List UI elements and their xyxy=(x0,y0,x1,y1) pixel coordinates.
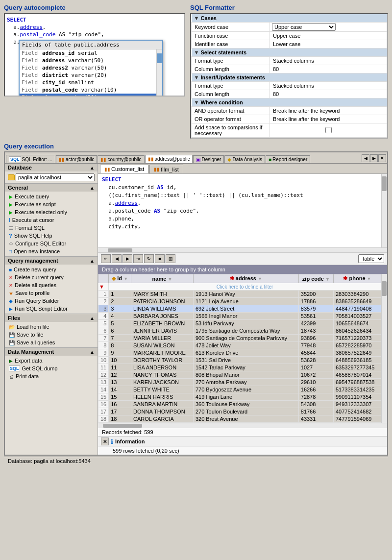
ac-item-2[interactable]: Field address varchar(50) xyxy=(20,57,156,64)
ac-item-3[interactable]: Field address2 varchar(50) xyxy=(20,64,156,72)
ac-item-5[interactable]: Field city_id smallint xyxy=(20,79,156,86)
tab-actor[interactable]: ▮▮ actor@public xyxy=(56,155,98,163)
table-icon-film: ▮▮ xyxy=(154,167,160,172)
section-select: ▼ Select statements xyxy=(192,49,387,57)
tab-sql-editor[interactable]: SQL SQL Editor: ... xyxy=(6,155,55,163)
tab-close[interactable]: ✕ xyxy=(378,154,386,162)
table-row[interactable]: 1 1 MARY SMITH 1913 Hanoi Way 35200 2830… xyxy=(98,291,381,298)
ac-item-6[interactable]: Field postal_code varchar(10) xyxy=(20,86,156,94)
create-new-query-btn[interactable]: ■ Create new query xyxy=(5,266,98,273)
view-mode-select[interactable]: Table Grid Chart xyxy=(358,254,384,263)
print-data-btn[interactable]: 🖨 Print data xyxy=(5,372,98,380)
col-header-phone[interactable]: ✱ phone ▼ xyxy=(333,274,381,283)
execution-title: Query execution xyxy=(4,142,388,151)
tab-report[interactable]: ■ Report designer xyxy=(266,155,310,163)
nav-prev-btn[interactable]: ◀ xyxy=(112,254,122,263)
space-comparsions-checkbox[interactable] xyxy=(325,127,332,133)
table-row[interactable]: 13 13 KAREN JACKSON 270 Amroha Parkway 2… xyxy=(98,379,381,386)
table-row[interactable]: 6 6 JENNIFER DAVIS 1795 Santiago de Comp… xyxy=(98,327,381,335)
table-row[interactable]: 11 11 LISA ANDERSON 1542 Tarlac Parkway … xyxy=(98,364,381,371)
table-row[interactable]: 4 4 BARBARA JONES 1566 Inegl Manor 53561… xyxy=(98,313,381,320)
table-row[interactable]: 2 2 PATRICIA JOHNSON 1121 Loja Avenue 17… xyxy=(98,298,381,305)
export-data-btn[interactable]: ▶ Export data xyxy=(5,357,98,365)
show-help-btn[interactable]: ? Show SQL Help xyxy=(5,232,98,240)
table-row[interactable]: 14 14 BETTY WHITE 770 Bydgoszcz Avenue 1… xyxy=(98,386,381,393)
tab-scroll-left[interactable]: ◀ xyxy=(362,154,369,162)
database-section-header[interactable]: Database ▲ xyxy=(5,164,98,171)
table-row[interactable]: 7 7 MARIA MILLER 900 Santiago de Compost… xyxy=(98,335,381,342)
run-query-builder-btn[interactable]: ◆ Run Query Builder xyxy=(5,297,98,305)
table-row[interactable]: 18 18 CAROL GARCIA 320 Brest Avenue 4333… xyxy=(98,415,381,423)
col-header-address[interactable]: ✱ address ▼ xyxy=(193,274,298,283)
col-header-name[interactable]: name ▼ xyxy=(131,274,194,283)
results-toolbar: ⇤ ◀ ▶ ⇥ ↻ ■ ▥ Table Grid Chart xyxy=(98,253,387,265)
load-from-file-btn[interactable]: 📂 Load from file xyxy=(5,323,98,331)
save-profile-btn[interactable]: ★ Save to profile xyxy=(5,289,98,297)
sql-right-editor[interactable]: SELECT cu.customer_id AS id, ((cu.first_… xyxy=(98,174,381,247)
general-section-header[interactable]: General ▲ xyxy=(5,184,98,192)
grid-horiz-scroll[interactable] xyxy=(98,423,387,428)
data-management-section: Data Management ▲ ▶ Export data SQL Get … xyxy=(5,348,98,381)
new-instance-icon: □ xyxy=(9,249,12,254)
table-row[interactable]: 15 15 HELEN HARRIS 419 Iligan Lane 72878… xyxy=(98,393,381,401)
table-row[interactable]: 9 9 MARGARET MOORE 613 Korolev Drive 458… xyxy=(98,349,381,357)
save-all-queries-btn[interactable]: 💾 Save all queries xyxy=(5,339,98,346)
open-instance-btn[interactable]: □ Open new instance xyxy=(5,247,98,255)
nav-last-btn[interactable]: ⇥ xyxy=(133,254,143,263)
nav-refresh-btn[interactable]: ↻ xyxy=(144,254,154,263)
delete-query-btn[interactable]: ✕ Delete current query xyxy=(5,273,98,281)
info-close-btn[interactable]: ✕ xyxy=(101,438,109,445)
data-mgmt-header[interactable]: Data Management ▲ xyxy=(5,348,98,356)
grid-vertical-scroll[interactable] xyxy=(381,274,387,423)
editor-horiz-scroll[interactable] xyxy=(98,248,387,253)
space-comparsions-row[interactable]: Add space to comparsions if neccessary xyxy=(192,123,387,138)
files-section-header[interactable]: Files ▲ xyxy=(5,314,98,322)
nav-next-btn[interactable]: ▶ xyxy=(122,254,132,263)
table-row[interactable]: 16 16 SANDRA MARTIN 360 Toulouse Parkway… xyxy=(98,401,381,408)
table-row[interactable]: 5 5 ELIZABETH BROWN 53 Idfu Parkway 4239… xyxy=(98,320,381,327)
db-selector-container[interactable]: pagila at localhost xyxy=(8,173,95,181)
run-script-editor-btn[interactable]: ▶ Run SQL Script Editor xyxy=(5,305,98,313)
format-sql-btn[interactable]: ☰ Format SQL xyxy=(5,224,98,232)
ac-item-4[interactable]: Field district varchar(20) xyxy=(20,72,156,79)
tab-country[interactable]: ▮▮ country@public xyxy=(98,155,144,163)
table-row[interactable]: 12 12 NANCY THOMAS 808 Bhopal Manor 1067… xyxy=(98,371,381,379)
tab-data-analysis[interactable]: ◆ Data Analysis xyxy=(224,155,265,163)
autocomplete-dropdown[interactable]: Fields of table public.address Field add… xyxy=(19,40,163,97)
nav-stop-btn[interactable]: ■ xyxy=(155,254,165,263)
nav-extra-btn[interactable]: ▥ xyxy=(166,254,175,263)
execute-selected-btn[interactable]: ▶ Execute selected only xyxy=(5,208,98,216)
ac-item-1[interactable]: Field address_id serial xyxy=(20,49,156,57)
autocomplete-editor[interactable]: SELECT a.address, a.postal_code AS "zip … xyxy=(4,13,185,97)
col-header-id[interactable]: ◆ id ▼ xyxy=(109,274,131,283)
general-section: General ▲ ▶ Execute query ▶ Execute as s… xyxy=(5,184,98,257)
grid-scroll-area[interactable]: Drag a column header here to group by th… xyxy=(98,265,387,436)
tab-customer-list[interactable]: ▮▮ Customer_list xyxy=(100,165,148,173)
tab-scroll-right[interactable]: ▶ xyxy=(370,154,378,162)
nav-first-btn[interactable]: ⇤ xyxy=(101,254,111,263)
tab-film-list[interactable]: ▮▮ film_list xyxy=(149,165,183,173)
db-selector[interactable]: pagila at localhost xyxy=(16,173,95,181)
filter-hint[interactable]: Click here to define a filter xyxy=(217,284,273,290)
tab-address[interactable]: ▮▮ address@public xyxy=(145,155,193,163)
col-header-zip[interactable]: zip code ▼ xyxy=(298,274,333,283)
execute-query-btn[interactable]: ▶ Execute query xyxy=(5,193,98,200)
table-row[interactable]: 17 17 DONNA THOMPSON 270 Toulon Boulevar… xyxy=(98,408,381,415)
table-row[interactable]: 10 10 DOROTHY TAYLOR 1531 Sal Drive 5362… xyxy=(98,357,381,364)
keyword-case-select[interactable]: Upper case xyxy=(272,23,336,31)
editor-vertical-scroll[interactable] xyxy=(381,174,387,247)
select-col-length-row: Column length 80 xyxy=(192,65,387,73)
format-icon: ☰ xyxy=(9,225,13,231)
execute-cursor-btn[interactable]: I Execute at cursor xyxy=(5,216,98,224)
save-to-file-btn[interactable]: 💾 Save to file xyxy=(5,331,98,339)
table-row[interactable]: 3 3 LINDA WILLIAMS 692 Joliet Street 835… xyxy=(98,305,381,313)
tab-designer[interactable]: ▣ Designer xyxy=(193,155,224,163)
execute-script-btn[interactable]: ▶ Execute as script xyxy=(5,200,98,208)
get-sql-dump-btn[interactable]: SQL Get SQL dump xyxy=(5,365,98,372)
or-format-row: OR operator format Break line after the … xyxy=(192,115,387,123)
table-row[interactable]: 8 8 SUSAN WILSON 478 Joliet Way 77948 65… xyxy=(98,342,381,349)
query-mgmt-header[interactable]: Query management ▲ xyxy=(5,257,98,265)
delete-all-queries-btn[interactable]: ✕ Delete all queries xyxy=(5,281,98,289)
ac-item-7[interactable]: Field phone varchar(20) xyxy=(20,94,156,97)
configure-editor-btn[interactable]: ⚙ Configure SQL Editor xyxy=(5,240,98,247)
